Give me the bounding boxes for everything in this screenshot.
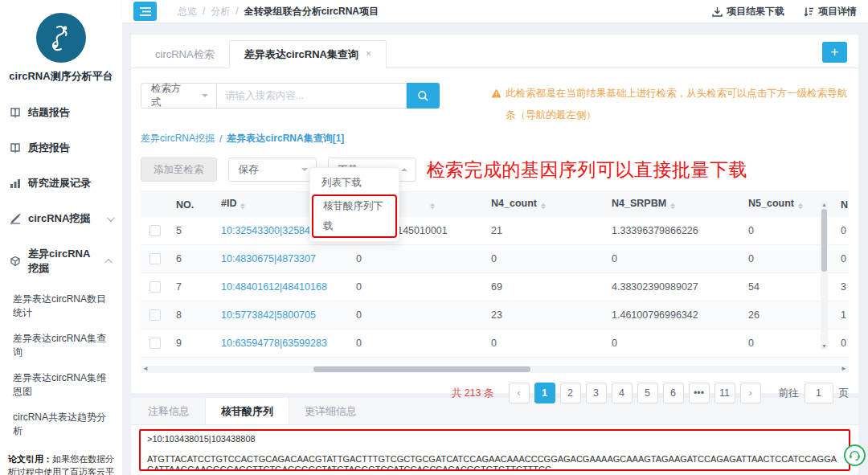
table-header: NO. #ID N4_count N4_SRPBM N5_count N bbox=[141, 191, 849, 217]
sidebar-subitem-diff-venn[interactable]: 差异表达circRNA集维恩图 bbox=[8, 365, 114, 404]
next-page-button[interactable]: › bbox=[740, 383, 761, 403]
report-icon bbox=[10, 107, 21, 118]
scroll-down-icon[interactable]: ▼ bbox=[821, 342, 827, 350]
result-breadcrumb: 差异circRNA挖掘 / 差异表达circRNA集查询[1] bbox=[141, 132, 849, 145]
search-input[interactable] bbox=[217, 83, 407, 109]
col-n4-count[interactable]: N4_count bbox=[481, 198, 602, 211]
vertical-scrollbar[interactable]: ▲ ▼ bbox=[821, 201, 828, 350]
topbar: 总览 / 分析 / 全转录组联合分析circRNA项目 项目结果下载 项目详情 bbox=[122, 0, 868, 23]
row-checkbox[interactable] bbox=[149, 309, 161, 321]
scroll-up-icon[interactable]: ▲ bbox=[821, 201, 827, 208]
total-count: 共 213 条 bbox=[452, 387, 494, 400]
prev-page-button[interactable]: ‹ bbox=[509, 383, 530, 403]
table-row: 5 10:32543300|32584304 0.225561145010001… bbox=[141, 217, 849, 245]
report-icon bbox=[10, 142, 21, 154]
row-checkbox[interactable] bbox=[149, 253, 161, 264]
page-button-5[interactable]: 5 bbox=[637, 383, 658, 403]
page-button-2[interactable]: 2 bbox=[560, 383, 581, 403]
sort-icon[interactable] bbox=[670, 201, 675, 211]
platform-logo-icon bbox=[36, 13, 86, 63]
horizontal-scroll-thumb[interactable] bbox=[313, 366, 530, 372]
scroll-left-icon[interactable]: ◄ bbox=[142, 365, 149, 372]
table-row: 8 10:5773842|5800705 0 23 1.461007969963… bbox=[141, 301, 849, 330]
breadcrumb-analysis[interactable]: 分析 bbox=[211, 5, 230, 18]
progress-icon bbox=[10, 178, 21, 189]
citation-note: 论文引用：如果您在数据分析过程中使用了百迈客云平台或者获得了其他有效帮助，我们期… bbox=[8, 453, 114, 475]
annotation-note-text: 检索完成的基因序列可以直接批量下载 bbox=[427, 158, 748, 182]
sidebar-subitem-diff-count-stats[interactable]: 差异表达circRNA数目统计 bbox=[8, 286, 114, 326]
tab-diff-circrna-set-query[interactable]: 差异表达circRNA集查询 × bbox=[229, 40, 387, 68]
sidebar-item-diff-circrna-mining[interactable]: 差异circRNA挖掘 bbox=[8, 236, 114, 286]
result-breadcrumb-current[interactable]: 差异表达circRNA集查询[1] bbox=[227, 132, 344, 145]
page-ellipsis[interactable]: ••• bbox=[689, 383, 710, 403]
customer-service-icon bbox=[848, 448, 862, 462]
sidebar-subitem-diff-set-query[interactable]: 差异表达circRNA集查询 bbox=[8, 326, 114, 365]
chevron-up-icon bbox=[401, 165, 407, 171]
search-icon bbox=[417, 90, 429, 102]
sort-list-icon bbox=[804, 6, 814, 17]
sidebar-item-progress-record[interactable]: 研究进展记录 bbox=[8, 166, 114, 201]
table-row: 9 10:63594778|63599283 0 0 0 0 0 bbox=[141, 330, 849, 358]
page-button-4[interactable]: 4 bbox=[612, 383, 633, 403]
page-button-6[interactable]: 6 bbox=[663, 383, 684, 403]
search-scope-warning: 此检索都是在当前结果基础上进行检索，从头检索可以点击下方一级检索导航条（导航的最… bbox=[491, 83, 849, 126]
search-row: 检索方式 此检索都是在当前结果基础上进行检索，从头检索可以点击下方一级检索导航条… bbox=[141, 83, 849, 126]
menu-toggle-button[interactable] bbox=[133, 2, 157, 21]
add-tab-button[interactable]: + bbox=[822, 42, 847, 63]
clipped-table-row: 0.79330906097158 20 1.10437580964843 0 0 bbox=[141, 358, 849, 365]
row-checkbox[interactable] bbox=[149, 338, 161, 349]
tab-circrna-search[interactable]: circRNA检索 bbox=[141, 41, 229, 68]
col-clipped: N bbox=[831, 199, 849, 211]
project-results-download-button[interactable]: 项目结果下载 bbox=[712, 5, 784, 18]
project-details-button[interactable]: 项目详情 bbox=[804, 5, 857, 18]
hamburger-icon bbox=[140, 7, 151, 16]
chevron-down-icon bbox=[301, 168, 308, 174]
detail-card: 注释信息 核苷酸序列 更详细信息 >10:103438015|103438808… bbox=[131, 398, 858, 475]
search-mode-select[interactable]: 检索方式 bbox=[141, 83, 217, 109]
sidebar-item-circrna-mining[interactable]: circRNA挖掘 bbox=[8, 201, 114, 236]
download-icon bbox=[712, 6, 723, 17]
nucleotide-sequence-box: >10:103438015|103438808 ATGTTACATCCTGTCC… bbox=[139, 429, 850, 471]
menu-item-nucleotide-download[interactable]: 核苷酸序列下载 bbox=[312, 195, 397, 238]
vertical-scroll-thumb[interactable] bbox=[821, 209, 827, 272]
sequence-id: >10:103438015|103438808 bbox=[147, 434, 842, 445]
sort-icon[interactable] bbox=[798, 201, 803, 211]
save-select[interactable]: 保存 bbox=[228, 158, 317, 182]
circrna-id-link[interactable]: 10:5773842|5800705 bbox=[221, 309, 316, 321]
sort-icon[interactable] bbox=[240, 201, 245, 211]
row-checkbox[interactable] bbox=[149, 225, 161, 236]
platform-title: circRNA测序分析平台 bbox=[8, 69, 114, 84]
tab-close-icon[interactable]: × bbox=[366, 41, 371, 68]
breadcrumb: 总览 / 分析 / 全转录组联合分析circRNA项目 bbox=[178, 5, 379, 18]
col-n4-srpbm[interactable]: N4_SRPBM bbox=[602, 198, 739, 211]
row-checkbox[interactable] bbox=[149, 281, 161, 293]
search-button[interactable] bbox=[407, 83, 440, 109]
menu-item-list-download[interactable]: 列表下载 bbox=[310, 171, 399, 195]
scroll-right-icon[interactable]: ► bbox=[841, 365, 847, 372]
chevron-down-icon bbox=[107, 214, 115, 222]
circrna-id-link[interactable]: 10:48401612|48410168 bbox=[221, 281, 327, 293]
goto-page-input[interactable] bbox=[805, 383, 833, 403]
sidebar-item-final-report[interactable]: 结题报告 bbox=[8, 95, 114, 130]
page-button-11[interactable]: 11 bbox=[714, 383, 735, 403]
page-button-1[interactable]: 1 bbox=[534, 383, 555, 403]
result-breadcrumb-parent[interactable]: 差异circRNA挖掘 bbox=[141, 132, 215, 145]
page-button-3[interactable]: 3 bbox=[586, 383, 607, 403]
table-row: 7 10:48401612|48410168 0 69 4.3830239098… bbox=[141, 273, 849, 301]
circrna-id-link[interactable]: 10:63594778|63599283 bbox=[221, 338, 327, 349]
table-row: 6 10:4830675|4873307 0 0 0 0 0 bbox=[141, 245, 849, 273]
add-to-search-button[interactable]: 添加至检索 bbox=[141, 158, 217, 182]
horizontal-scrollbar[interactable]: ◄ ► bbox=[141, 366, 849, 373]
sort-icon[interactable] bbox=[541, 201, 546, 211]
page-unit-label: 页 bbox=[839, 387, 850, 400]
circrna-id-link[interactable]: 10:4830675|4873307 bbox=[221, 253, 316, 264]
sidebar-subitem-coexpression-trend[interactable]: circRNA共表达趋势分析 bbox=[8, 404, 114, 444]
sidebar-item-qc-report[interactable]: 质控报告 bbox=[8, 130, 114, 166]
query-card: circRNA检索 差异表达circRNA集查询 × + 检索方式 bbox=[131, 35, 858, 393]
warning-icon bbox=[491, 88, 502, 98]
content-area: circRNA检索 差异表达circRNA集查询 × + 检索方式 bbox=[122, 23, 868, 475]
support-chat-button[interactable] bbox=[844, 444, 866, 466]
breadcrumb-overview[interactable]: 总览 bbox=[178, 5, 197, 18]
sort-icon[interactable] bbox=[430, 201, 435, 211]
col-n5-count[interactable]: N5_count bbox=[739, 198, 831, 211]
